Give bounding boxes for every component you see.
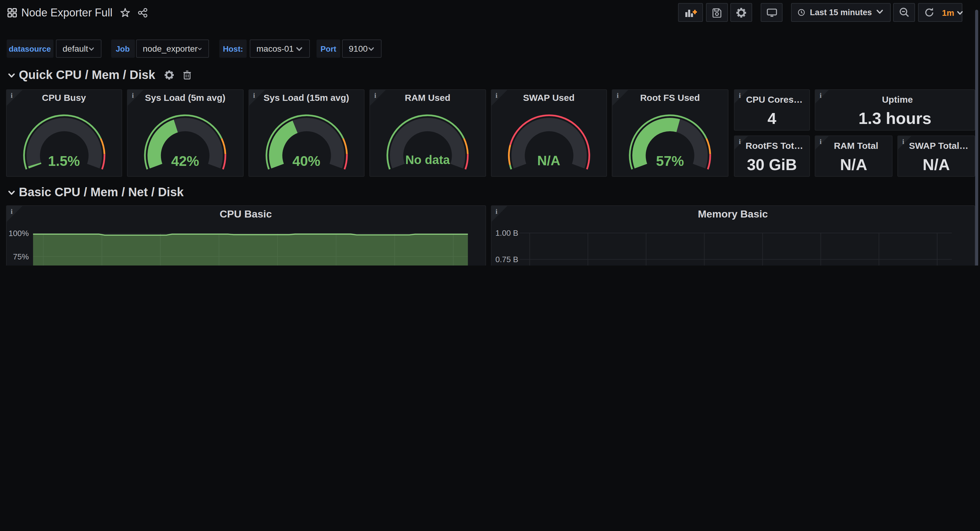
svg-text:1.00 B: 1.00 B	[495, 229, 518, 238]
svg-text:0.75 B: 0.75 B	[495, 255, 518, 264]
svg-text:75%: 75%	[13, 252, 29, 261]
svg-text:100%: 100%	[8, 229, 29, 238]
